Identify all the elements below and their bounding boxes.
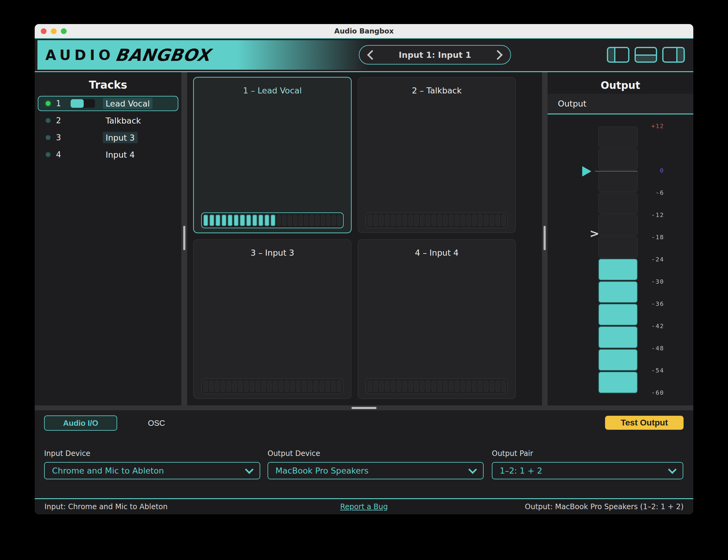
input-device-field: Input Device Chrome and Mic to Ableton <box>44 449 260 479</box>
input-selector-label: Input 1: Input 1 <box>399 50 471 60</box>
meter-segment <box>325 380 330 392</box>
meter-segment <box>408 380 413 392</box>
titlebar[interactable]: Audio Bangbox <box>35 24 693 38</box>
splitter-grip[interactable] <box>183 226 185 250</box>
input-device-select[interactable]: Chrome and Mic to Ableton <box>44 462 260 479</box>
track-row[interactable]: 2Talkback <box>38 113 178 128</box>
meter-segment <box>250 380 254 392</box>
track-indicator[interactable] <box>46 152 51 157</box>
meter-segment <box>221 380 225 392</box>
logo-audio-text: AUDIO <box>45 47 114 63</box>
splitter-bottom[interactable] <box>35 405 693 410</box>
db-scale-label: -36 <box>637 300 664 307</box>
meter-segment <box>315 215 319 226</box>
meter-segment <box>215 380 219 392</box>
splitter-grip[interactable] <box>352 407 376 409</box>
meter-segment <box>443 215 448 226</box>
meter-segment <box>285 380 289 392</box>
chevron-right-icon[interactable] <box>493 50 503 60</box>
track-list: 1Lead Vocal2Talkback3Input 34Input 4 <box>35 96 181 162</box>
chevron-down-icon <box>245 465 254 474</box>
logo-gradient <box>237 40 368 70</box>
output-panel: Output Output > +120-6-12-18-24-30-36-42… <box>548 72 693 405</box>
output-meter-segment <box>598 326 638 348</box>
meter-segment <box>304 215 308 226</box>
input-device-value: Chrome and Mic to Ableton <box>52 466 164 475</box>
meter-segment <box>397 380 401 392</box>
output-device-select[interactable]: MacBook Pro Speakers <box>268 462 484 479</box>
meter-segment <box>273 380 278 392</box>
track-indicator[interactable] <box>46 118 51 123</box>
meter-segment <box>226 380 231 392</box>
output-device-field: Output Device MacBook Pro Speakers <box>268 449 484 479</box>
icon-divider <box>676 48 677 61</box>
meter-segment <box>466 380 471 392</box>
meter-segment <box>408 215 413 226</box>
track-name[interactable]: Input 4 <box>103 149 138 160</box>
tab-audio-io[interactable]: Audio I/O <box>44 415 117 431</box>
meter-segment <box>426 215 430 226</box>
track-number: 3 <box>56 133 61 142</box>
splitter-left[interactable] <box>181 72 187 405</box>
splitter-right[interactable] <box>542 72 548 405</box>
output-meter-segment <box>598 349 638 371</box>
meter-segment <box>501 380 506 392</box>
level-marker-chevron-icon[interactable]: > <box>590 227 599 240</box>
close-button[interactable] <box>41 28 47 34</box>
traffic-lights <box>41 24 67 38</box>
output-pair-label: Output Pair <box>492 449 683 458</box>
db-scale-label: -12 <box>637 211 664 219</box>
splitter-grip[interactable] <box>544 226 546 250</box>
output-tab[interactable]: Output <box>548 94 693 114</box>
input-panel[interactable]: 1 – Lead Vocal <box>193 77 352 233</box>
meter-segment <box>238 380 243 392</box>
layout-right-panel-icon[interactable] <box>662 47 685 63</box>
input-panel[interactable]: 3 – Input 3 <box>193 239 352 399</box>
db-scale-label: -48 <box>637 345 664 352</box>
minimize-button[interactable] <box>51 28 57 34</box>
input-panel[interactable]: 2 – Talkback <box>358 77 516 233</box>
meter-segment <box>288 215 292 226</box>
gain-fader-triangle-icon[interactable] <box>582 166 591 177</box>
record-armed-indicator[interactable] <box>46 101 51 106</box>
track-row[interactable]: 4Input 4 <box>38 147 178 162</box>
meter-segment <box>240 215 245 226</box>
tab-osc[interactable]: OSC <box>138 415 175 431</box>
meter-segment <box>234 215 239 226</box>
meter-segment <box>209 380 214 392</box>
track-indicator[interactable] <box>46 135 51 140</box>
meter-segment <box>256 380 260 392</box>
track-number: 1 <box>56 99 61 108</box>
meter-segment <box>373 215 378 226</box>
test-output-button[interactable]: Test Output <box>605 416 684 430</box>
input-panel[interactable]: 4 – Input 4 <box>358 239 516 399</box>
output-meter-segment <box>598 281 638 303</box>
meter-segment <box>391 215 395 226</box>
input-selector[interactable]: Input 1: Input 1 <box>359 45 511 65</box>
track-name[interactable]: Lead Vocal <box>103 98 152 109</box>
status-input: Input: Chrome and Mic to Ableton <box>44 502 168 511</box>
layout-left-panel-icon[interactable] <box>607 47 629 63</box>
output-meter-segment <box>598 259 638 280</box>
meter-segment <box>402 215 407 226</box>
track-row[interactable]: 1Lead Vocal <box>38 96 178 111</box>
meter-segment <box>308 380 312 392</box>
meter-segment <box>271 215 275 226</box>
chevron-left-icon[interactable] <box>367 50 377 60</box>
meter-segment <box>449 215 453 226</box>
track-name[interactable]: Input 3 <box>103 132 138 143</box>
zoom-button[interactable] <box>61 28 67 34</box>
track-row[interactable]: 3Input 3 <box>38 130 178 145</box>
meter-segment <box>495 215 500 226</box>
output-pair-select[interactable]: 1–2: 1 + 2 <box>492 462 683 479</box>
db-scale-label: 0 <box>637 167 664 174</box>
meter-segment <box>379 215 384 226</box>
icon-fill <box>608 48 614 61</box>
meter-segment <box>379 380 384 392</box>
meter-segment <box>331 380 336 392</box>
meter-segment <box>332 215 336 226</box>
report-bug-link[interactable]: Report a Bug <box>340 502 388 511</box>
meter-segment <box>264 215 269 226</box>
track-name[interactable]: Talkback <box>103 115 144 126</box>
layout-bottom-panel-icon[interactable] <box>635 47 657 63</box>
